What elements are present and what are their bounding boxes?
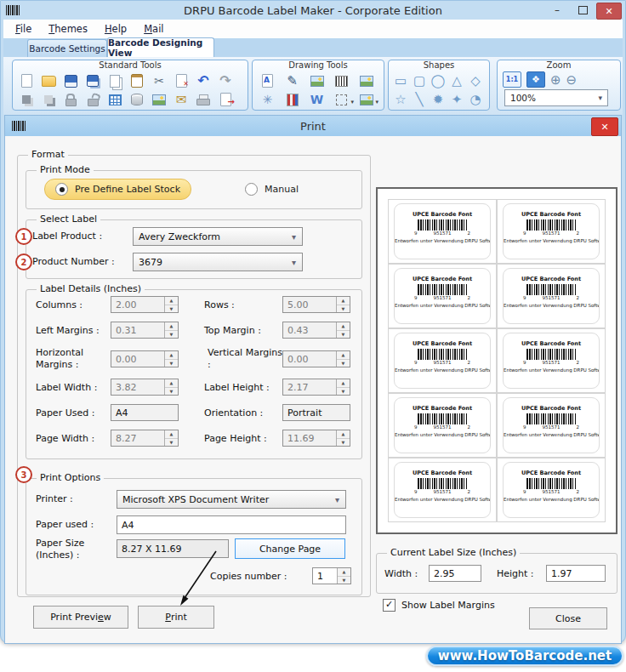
printer-dropdown[interactable]: Microsoft XPS Document Writer bbox=[117, 490, 346, 509]
menu-help[interactable]: Help bbox=[98, 21, 134, 37]
change-page-button[interactable]: Change Page bbox=[235, 538, 345, 559]
label-height-spinner[interactable]: ▲▼ bbox=[336, 379, 350, 395]
seal-shape-icon[interactable]: ✹ bbox=[429, 90, 447, 109]
unlock-icon[interactable] bbox=[82, 90, 104, 109]
barcode-bars bbox=[418, 478, 467, 489]
frame-tool-icon[interactable] bbox=[329, 90, 354, 109]
vertical-margins-spinner[interactable]: ▲▼ bbox=[336, 351, 350, 367]
label-product-dropdown[interactable]: Avery Zweckform bbox=[133, 227, 303, 246]
barcode-bars bbox=[418, 413, 467, 424]
save-all-icon[interactable] bbox=[82, 71, 104, 90]
actual-size-icon[interactable]: 1:1 bbox=[503, 71, 521, 88]
tab-barcode-designing-view[interactable]: Barcode Designing View bbox=[107, 37, 214, 57]
fit-to-window-icon[interactable]: ❖ bbox=[526, 71, 545, 88]
redo-icon[interactable]: ↷ bbox=[214, 71, 236, 90]
vertical-margins-field[interactable]: 0.00▲▼ bbox=[282, 350, 350, 367]
dialog-close-button[interactable]: ✕ bbox=[591, 117, 618, 136]
custom-shape-tool-icon[interactable]: ✳ bbox=[255, 90, 280, 109]
watermark-tool-icon[interactable]: W bbox=[304, 90, 329, 109]
ellipse-shape-icon[interactable]: ◯ bbox=[429, 71, 447, 90]
pencil-tool-icon[interactable]: ✎ bbox=[280, 71, 304, 90]
barcode-tool-icon[interactable] bbox=[329, 71, 354, 90]
line-shape-icon[interactable]: ╲ bbox=[410, 90, 429, 109]
close-button[interactable]: Close bbox=[529, 607, 607, 629]
send-to-back-icon[interactable] bbox=[37, 90, 60, 109]
top-margin-field[interactable]: 0.43▲▼ bbox=[282, 322, 350, 339]
library-tool-icon[interactable] bbox=[280, 90, 304, 109]
height-field[interactable]: 1.97 bbox=[546, 565, 606, 582]
columns-field[interactable]: 2.00▲▼ bbox=[111, 296, 179, 313]
horizontal-margins-spinner[interactable]: ▲▼ bbox=[164, 351, 178, 367]
tab-barcode-settings[interactable]: Barcode Settings bbox=[27, 39, 107, 57]
arc-shape-icon[interactable]: ◔ bbox=[466, 90, 485, 109]
columns-spinner[interactable]: ▲▼ bbox=[164, 297, 178, 312]
open-file-icon[interactable] bbox=[37, 71, 60, 90]
page-height-field[interactable]: 11.69▲▼ bbox=[282, 430, 350, 447]
title-bar: DRPU Barcode Label Maker - Corporate Edi… bbox=[1, 1, 625, 20]
diamond-shape-icon[interactable]: ◇ bbox=[466, 71, 485, 90]
database-icon[interactable] bbox=[126, 90, 148, 109]
product-number-dropdown[interactable]: 3679 bbox=[133, 253, 303, 271]
close-window-button[interactable]: ✕ bbox=[596, 3, 622, 20]
howtobarcode-badge[interactable]: www.HowToBarcode.net bbox=[426, 646, 623, 666]
text-tool-icon[interactable] bbox=[255, 71, 280, 90]
print-preview-button[interactable]: Print Preview bbox=[33, 606, 128, 629]
width-field[interactable]: 2.95 bbox=[429, 565, 481, 582]
four-point-star-shape-icon[interactable]: ✦ bbox=[447, 90, 466, 109]
label-width-field[interactable]: 3.82▲▼ bbox=[111, 379, 179, 396]
orientation-field[interactable]: Portrait bbox=[282, 404, 350, 421]
email-icon[interactable]: ✉ bbox=[170, 90, 192, 109]
zoom-level-dropdown[interactable]: 100% bbox=[504, 89, 608, 106]
new-file-icon[interactable] bbox=[15, 71, 37, 90]
minimize-button[interactable]: – bbox=[545, 3, 569, 18]
rounded-rectangle-shape-icon[interactable]: ▢ bbox=[410, 71, 429, 90]
copy-icon[interactable] bbox=[104, 71, 126, 90]
copies-number-field[interactable]: 1▲▼ bbox=[312, 567, 351, 584]
print-mode-manual-option[interactable]: Manual bbox=[245, 183, 299, 196]
image-crop-tool-icon[interactable] bbox=[354, 71, 378, 90]
show-label-margins-row[interactable]: Show Label Margins bbox=[383, 599, 495, 612]
triangle-shape-icon[interactable]: △ bbox=[447, 71, 466, 90]
page-width-field[interactable]: 8.27▲▼ bbox=[111, 430, 179, 447]
rows-field[interactable]: 5.00▲▼ bbox=[282, 296, 350, 313]
print-icon[interactable] bbox=[192, 90, 214, 109]
image-export-icon[interactable] bbox=[148, 90, 170, 109]
page-width-spinner[interactable]: ▲▼ bbox=[164, 430, 178, 446]
label-width-spinner[interactable]: ▲▼ bbox=[164, 379, 178, 395]
zoom-out-icon[interactable]: ⊖ bbox=[566, 72, 578, 88]
lock-icon[interactable] bbox=[60, 90, 82, 109]
horizontal-margins-field[interactable]: 0.00▲▼ bbox=[111, 350, 179, 367]
paste-icon[interactable] bbox=[126, 71, 148, 90]
left-margins-field[interactable]: 0.31▲▼ bbox=[111, 322, 179, 339]
delete-icon[interactable] bbox=[170, 71, 192, 90]
menu-themes[interactable]: Themes bbox=[42, 21, 94, 37]
rectangle-shape-icon[interactable]: ▭ bbox=[391, 71, 410, 90]
maximize-button[interactable] bbox=[571, 3, 595, 18]
top-margin-spinner[interactable]: ▲▼ bbox=[336, 322, 350, 338]
picture-tool-icon[interactable] bbox=[304, 71, 329, 90]
save-icon[interactable] bbox=[60, 71, 82, 90]
paper-used-details-field[interactable]: A4 bbox=[111, 404, 179, 421]
export-page-icon[interactable] bbox=[214, 90, 236, 109]
star-shape-icon[interactable]: ☆ bbox=[391, 90, 410, 109]
paper-used-field[interactable]: A4 bbox=[117, 515, 346, 534]
copies-number-spinner[interactable]: ▲▼ bbox=[337, 568, 350, 584]
print-mode-predefine-option[interactable]: Pre Define Label Stock bbox=[44, 179, 191, 200]
grid-icon[interactable] bbox=[104, 90, 126, 109]
bring-to-front-icon[interactable] bbox=[15, 90, 37, 109]
print-dialog-header[interactable]: Print ✕ bbox=[5, 116, 621, 136]
label-height-field[interactable]: 2.17▲▼ bbox=[282, 379, 350, 396]
left-margins-spinner[interactable]: ▲▼ bbox=[164, 322, 178, 338]
label-footer: Entworfen unter Verwendung DRPU Software bbox=[395, 432, 490, 437]
menu-mail[interactable]: Mail bbox=[137, 21, 170, 37]
cut-icon[interactable]: ✂ bbox=[148, 71, 170, 90]
show-label-margins-checkbox[interactable] bbox=[383, 599, 396, 612]
menu-file[interactable]: File bbox=[9, 21, 38, 37]
clipart-tool-icon[interactable] bbox=[354, 90, 378, 109]
radio-selected-icon[interactable] bbox=[55, 183, 68, 196]
zoom-in-icon[interactable]: ⊕ bbox=[550, 72, 561, 88]
undo-icon[interactable]: ↶ bbox=[192, 71, 214, 90]
page-height-spinner[interactable]: ▲▼ bbox=[336, 430, 350, 446]
rows-spinner[interactable]: ▲▼ bbox=[336, 297, 350, 312]
radio-unselected-icon[interactable] bbox=[245, 183, 258, 196]
